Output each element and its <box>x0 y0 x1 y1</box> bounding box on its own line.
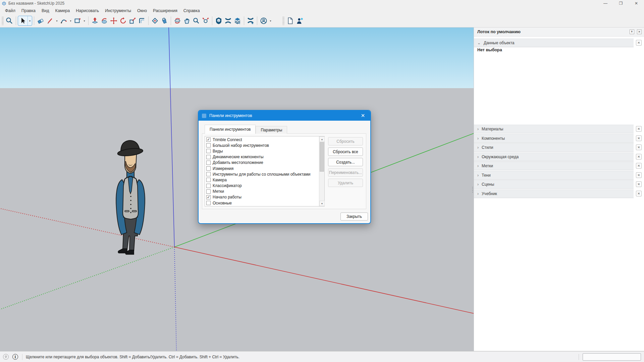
offset-icon[interactable] <box>137 16 147 25</box>
arc-dropdown-icon[interactable]: ▾ <box>68 16 73 25</box>
checkbox[interactable] <box>206 166 211 171</box>
checkbox-checked[interactable]: ✓ <box>206 137 211 142</box>
scroll-up-icon[interactable]: ▲ <box>319 136 325 142</box>
follow-me-icon[interactable] <box>100 16 109 25</box>
toolbars-list[interactable]: ✓Trimble Connect Большой набор инструмен… <box>205 136 325 206</box>
create-button[interactable]: Создать... <box>328 158 363 166</box>
section-close-icon[interactable]: ✕ <box>636 126 642 132</box>
tab-toolbars[interactable]: Панели инструментов <box>205 125 256 134</box>
search-icon[interactable] <box>5 16 14 25</box>
trimble-connect-icon[interactable] <box>214 16 223 25</box>
account-dropdown-icon[interactable]: ▾ <box>268 16 273 25</box>
select-icon[interactable] <box>18 16 28 25</box>
tray-splitter-handle[interactable] <box>472 186 473 193</box>
delete-button[interactable]: Удалить <box>328 179 363 187</box>
menu-extensions[interactable]: Расширения <box>150 7 180 14</box>
toolbar-list-item[interactable]: ✓Trimble Connect <box>205 137 319 142</box>
trimble-publish-icon[interactable] <box>223 16 233 25</box>
menu-help[interactable]: Справка <box>180 7 203 14</box>
dialog-close-button[interactable]: Закрыть <box>340 213 368 221</box>
checkbox-checked[interactable]: ✓ <box>206 195 211 199</box>
scroll-thumb[interactable] <box>320 142 324 172</box>
section-close-icon[interactable]: ✕ <box>636 172 642 178</box>
list-scrollbar[interactable]: ▲ ▼ <box>319 136 324 206</box>
info-icon[interactable]: i <box>12 354 18 360</box>
section-close-icon[interactable]: ✕ <box>636 144 642 150</box>
checkbox[interactable] <box>206 201 211 205</box>
checkbox[interactable] <box>206 178 211 182</box>
eraser-icon[interactable] <box>36 16 45 25</box>
menu-edit[interactable]: Правка <box>18 7 39 14</box>
toolbar-grip[interactable] <box>2 16 4 25</box>
checkbox[interactable] <box>206 172 211 176</box>
paint-bucket-icon[interactable] <box>160 16 169 25</box>
menu-tools[interactable]: Инструменты <box>102 7 134 14</box>
restore-button[interactable]: ❐ <box>613 0 629 7</box>
section-styles[interactable]: ›Стили <box>474 143 634 152</box>
section-close-icon[interactable]: ✕ <box>636 191 642 196</box>
toolbar-grip[interactable] <box>282 16 284 25</box>
menu-view[interactable]: Вид <box>39 7 52 14</box>
orbit-icon[interactable] <box>173 16 182 25</box>
checkbox[interactable] <box>206 143 211 147</box>
pencil-dropdown-icon[interactable]: ▾ <box>55 16 59 25</box>
arc-icon[interactable] <box>59 16 68 25</box>
dialog-close-icon[interactable]: ✕ <box>356 111 370 121</box>
rectangle-icon[interactable] <box>73 16 82 25</box>
toolbar-list-item[interactable]: Виды <box>205 148 319 154</box>
person-add-icon[interactable] <box>295 16 304 25</box>
toolbar-list-item[interactable]: Камера <box>205 177 319 183</box>
section-environment[interactable]: ›Окружающая среда <box>474 153 634 161</box>
toolbar-list-item[interactable]: Большой набор инструментов <box>205 142 319 148</box>
checkbox[interactable] <box>206 161 211 165</box>
reset-button[interactable]: Сбросить <box>328 137 363 145</box>
checkbox[interactable] <box>206 189 211 194</box>
rename-button[interactable]: Переименовать... <box>328 168 363 177</box>
trimble-publish-as-icon[interactable] <box>233 16 242 25</box>
toolbar-list-item[interactable]: Динамические компоненты <box>205 154 319 160</box>
checkbox[interactable] <box>206 184 211 188</box>
reset-all-button[interactable]: Сбросить все <box>328 147 363 156</box>
section-shadows[interactable]: ›Тени <box>474 171 634 180</box>
minimize-button[interactable]: — <box>598 0 613 7</box>
menu-file[interactable]: Файл <box>2 7 18 14</box>
measurements-input[interactable] <box>583 353 641 361</box>
checkbox[interactable] <box>206 155 211 159</box>
zoom-extents-icon[interactable] <box>201 16 210 25</box>
zoom-icon[interactable] <box>192 16 201 25</box>
section-close-icon[interactable]: ✕ <box>636 40 642 46</box>
select-dropdown-icon[interactable]: ▾ <box>28 16 32 25</box>
close-button[interactable]: ✕ <box>629 0 644 7</box>
section-components[interactable]: ›Компоненты <box>474 134 634 143</box>
scale-icon[interactable] <box>128 16 137 25</box>
push-pull-icon[interactable] <box>90 16 100 25</box>
menu-draw[interactable]: Нарисовать <box>73 7 102 14</box>
scroll-down-icon[interactable]: ▼ <box>319 201 325 206</box>
dialog-title-bar[interactable]: Панели инструментов ✕ <box>199 111 370 121</box>
toolbar-list-item[interactable]: Основные <box>205 200 319 206</box>
rotate-icon[interactable] <box>118 16 128 25</box>
section-tags[interactable]: ›Метки <box>474 162 634 170</box>
trimble-share-icon[interactable] <box>246 16 255 25</box>
section-entity-info[interactable]: ⌄ Данные объекта <box>474 39 634 47</box>
pan-icon[interactable] <box>182 16 192 25</box>
rectangle-dropdown-icon[interactable]: ▾ <box>82 16 87 25</box>
menu-camera[interactable]: Камера <box>52 7 73 14</box>
toolbar-list-item[interactable]: Инструменты для работы со сплошными объе… <box>205 171 319 177</box>
toolbar-list-item[interactable]: ✓Начало работы <box>205 194 319 200</box>
section-scenes[interactable]: ›Сцены <box>474 180 634 189</box>
geolocation-icon[interactable] <box>3 354 9 360</box>
toolbar-list-item[interactable]: Метки <box>205 189 319 194</box>
section-close-icon[interactable]: ✕ <box>636 163 642 169</box>
new-document-icon[interactable] <box>285 16 295 25</box>
checkbox[interactable] <box>206 149 211 153</box>
section-materials[interactable]: ›Материалы <box>474 125 634 133</box>
toolbar-list-item[interactable]: Измерения <box>205 166 319 171</box>
section-close-icon[interactable]: ✕ <box>636 154 642 160</box>
section-close-icon[interactable]: ✕ <box>636 181 642 187</box>
tab-options[interactable]: Параметры <box>256 126 287 134</box>
freehand-pencil-icon[interactable] <box>45 16 55 25</box>
tape-measure-icon[interactable] <box>150 16 160 25</box>
tray-pin-icon[interactable]: 🖈 <box>630 29 634 34</box>
section-instructor[interactable]: ›Учебник <box>474 189 634 198</box>
